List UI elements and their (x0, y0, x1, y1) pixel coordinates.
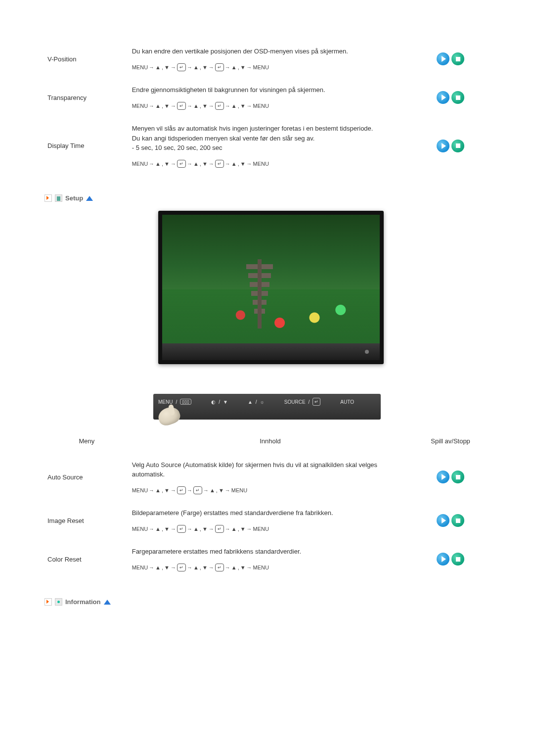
menu-navigation-steps: MENU → ▲ , ▼ → ↵ → ▲ , ▼ → ↵ → ▲ , ▼ → M… (132, 525, 409, 533)
section-title: Information (65, 598, 101, 606)
menu-item-name: Auto Source (44, 453, 129, 502)
stop-button[interactable] (451, 514, 464, 527)
play-stop-cell (411, 540, 490, 578)
setup-osd-icon (55, 194, 62, 202)
stop-button[interactable] (451, 471, 464, 483)
play-button[interactable] (437, 471, 449, 483)
brightness-icon: ☼ (260, 399, 265, 405)
header-innhold: Innhold (129, 429, 412, 453)
table-row: V-PositionDu kan endre den vertikale pos… (44, 40, 490, 78)
monitor-preview (158, 211, 376, 364)
monitor-screen-image (162, 215, 380, 343)
table-row: Display TimeMenyen vil slås av automatis… (44, 117, 490, 175)
collapse-up-icon[interactable] (86, 196, 93, 201)
collapse-up-icon[interactable] (104, 600, 111, 605)
monitor-control-bar: MENU/ ▯▯▯ ◐/▼ ▲/☼ SOURCE / ↵ AUTO (153, 394, 381, 420)
menu-item-name: Transparency (44, 78, 129, 117)
play-stop-cell (411, 453, 490, 502)
play-stop-cell (411, 117, 490, 175)
header-spill: Spill av/Stopp (411, 429, 490, 453)
menu-item-name: Display Time (44, 117, 129, 175)
battery-icon: ▯▯▯ (180, 399, 191, 405)
enter-icon: ↵ (215, 564, 224, 571)
menu-navigation-steps: MENU → ▲ , ▼ → ↵ → ▲ , ▼ → ↵ → ▲ , ▼ → M… (132, 102, 409, 110)
table-row: Color ResetFargeparametere erstattes med… (44, 540, 490, 578)
enter-icon: ↵ (177, 486, 186, 494)
play-button[interactable] (437, 553, 449, 566)
ctrl-contrast: ◐/▼ (211, 399, 228, 405)
menu-navigation-steps: MENU → ▲ , ▼ → ↵ → ▲ , ▼ → ↵ → ▲ , ▼ → M… (132, 564, 409, 572)
menu-item-description: Endre gjennomsiktigheten til bakgrunnen … (129, 78, 412, 117)
enter-icon: ↵ (215, 525, 224, 533)
play-marker-icon (44, 194, 52, 202)
section-header-setup: Setup (44, 194, 490, 202)
menu-navigation-steps: MENU → ▲ , ▼ → ↵ → ↵ → ▲ , ▼ → MENU (132, 486, 409, 495)
play-button[interactable] (437, 140, 449, 152)
osd-menu-table-top: V-PositionDu kan endre den vertikale pos… (44, 40, 490, 175)
stop-button[interactable] (451, 140, 464, 152)
hand-pointer-icon (156, 405, 182, 428)
enter-icon: ↵ (193, 486, 202, 494)
stop-button[interactable] (451, 52, 464, 65)
setup-menu-table: Meny Innhold Spill av/Stopp Auto SourceV… (44, 429, 490, 578)
stop-button[interactable] (451, 91, 464, 104)
ctrl-menu: MENU/ ▯▯▯ (158, 399, 191, 405)
header-meny: Meny (44, 429, 129, 453)
section-title: Setup (65, 194, 83, 202)
down-triangle-icon: ▼ (223, 399, 228, 405)
enter-icon: ↵ (215, 160, 224, 168)
play-marker-icon (44, 598, 52, 606)
play-stop-cell (411, 501, 490, 540)
ctrl-brightness: ▲/☼ (248, 399, 265, 405)
menu-item-description: Bildeparametere (Farge) erstattes med st… (129, 501, 412, 540)
enter-icon: ↵ (215, 63, 224, 71)
section-header-information: Information (44, 598, 490, 606)
menu-item-description: Menyen vil slås av automatisk hvis ingen… (129, 117, 412, 175)
play-button[interactable] (437, 514, 449, 527)
enter-icon: ↵ (312, 398, 320, 406)
menu-item-name: V-Position (44, 40, 129, 78)
play-button[interactable] (437, 52, 449, 65)
enter-icon: ↵ (215, 102, 224, 110)
menu-navigation-steps: MENU → ▲ , ▼ → ↵ → ▲ , ▼ → ↵ → ▲ , ▼ → M… (132, 63, 409, 72)
up-triangle-icon: ▲ (248, 399, 253, 405)
play-stop-cell (411, 40, 490, 78)
info-osd-icon (55, 598, 62, 606)
table-row: TransparencyEndre gjennomsiktigheten til… (44, 78, 490, 117)
enter-icon: ↵ (177, 102, 186, 110)
enter-icon: ↵ (177, 160, 186, 168)
menu-item-name: Image Reset (44, 501, 129, 540)
monitor-bezel (162, 343, 380, 360)
menu-item-description: Du kan endre den vertikale posisjonen de… (129, 40, 412, 78)
menu-item-description: Fargeparametere erstattes med fabrikkens… (129, 540, 412, 578)
enter-icon: ↵ (177, 564, 186, 571)
menu-item-description: Velg Auto Source (Automatisk kilde) for … (129, 453, 412, 502)
enter-icon: ↵ (177, 63, 186, 71)
enter-icon: ↵ (177, 525, 186, 533)
ctrl-source: SOURCE / ↵ (284, 398, 321, 406)
ctrl-auto: AUTO (340, 399, 354, 405)
table-row: Image ResetBildeparametere (Farge) ersta… (44, 501, 490, 540)
stop-button[interactable] (451, 553, 464, 566)
menu-item-name: Color Reset (44, 540, 129, 578)
table-row: Auto SourceVelg Auto Source (Automatisk … (44, 453, 490, 502)
table-header-row: Meny Innhold Spill av/Stopp (44, 429, 490, 453)
contrast-icon: ◐ (211, 399, 216, 405)
play-stop-cell (411, 78, 490, 117)
play-button[interactable] (437, 91, 449, 104)
menu-navigation-steps: MENU → ▲ , ▼ → ↵ → ▲ , ▼ → ↵ → ▲ , ▼ → M… (132, 160, 409, 168)
